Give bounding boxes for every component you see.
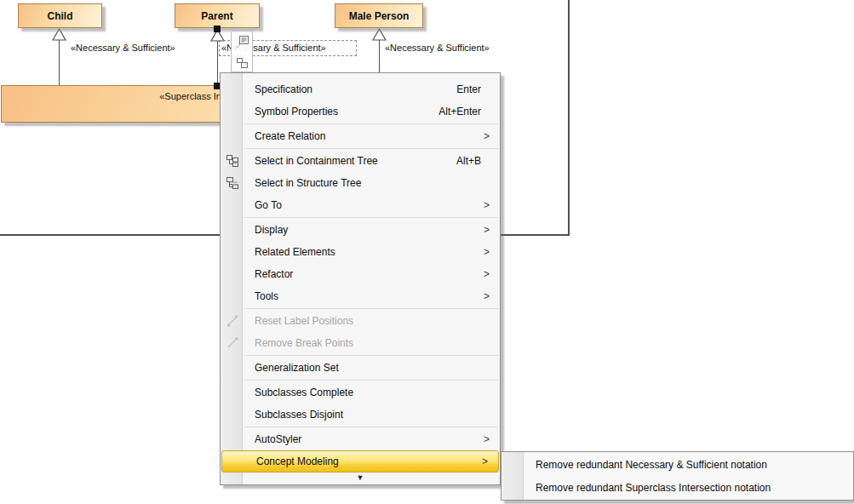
menu-item-display[interactable]: Display > [221,219,500,241]
menu-item-related-elements[interactable]: Related Elements > [221,241,500,263]
generalization-label-male-person[interactable]: «Necessary & Sufficient» [385,43,490,53]
menu-item-label: Related Elements [244,246,335,258]
menu-separator [244,308,498,309]
context-menu: Specification Enter Symbol Properties Al… [220,72,501,485]
menu-item-label: Tools [244,290,278,302]
menu-item-label: Concept Modeling [245,455,339,467]
structure-tree-icon [221,176,244,190]
menu-item-specification[interactable]: Specification Enter [221,78,500,100]
generalization-arrow-icon [52,28,66,41]
menu-item-shortcut: Enter [456,83,500,95]
diagram-frame-right-border [568,0,570,236]
note-icon[interactable] [234,34,249,49]
menu-item-label: Symbol Properties [244,106,338,117]
submenu-arrow-icon: > [484,130,500,142]
menu-scroll-down[interactable]: ▼ [221,472,500,483]
menu-separator [244,217,498,218]
submenu-arrow-icon: > [482,455,498,467]
menu-item-select-in-structure-tree[interactable]: Select in Structure Tree [221,172,500,194]
generalization-arrow-icon [372,28,387,41]
menu-item-label: Go To [244,199,282,211]
menu-item-label: Remove Break Points [244,337,353,349]
class-box-male-person[interactable]: Male Person [335,3,423,28]
generalization-label-child[interactable]: «Necessary & Sufficient» [71,43,175,53]
submenu-item-remove-redundant-superclass-intersection[interactable]: Remove redundant Superclass Intersection… [502,476,853,499]
submenu-arrow-icon: > [484,290,500,302]
menu-item-subclasses-disjoint[interactable]: Subclasses Disjoint [221,404,500,426]
menu-item-shortcut: Alt+B [456,155,500,167]
menu-item-remove-break-points: Remove Break Points [221,332,500,354]
reset-label-positions-icon [221,314,244,328]
menu-item-shortcut: Alt+Enter [438,106,500,117]
menu-separator [244,123,498,124]
menu-item-generalization-set[interactable]: Generalization Set [221,357,500,379]
generalization-line-parent[interactable] [217,37,218,83]
menu-item-label: Specification [244,83,312,95]
menu-item-symbol-properties[interactable]: Symbol Properties Alt+Enter [221,100,500,123]
submenu-arrow-icon: > [484,224,500,236]
submenu-arrow-icon: > [484,433,500,445]
structure-icon[interactable] [234,54,249,70]
menu-item-subclasses-complete[interactable]: Subclasses Complete [221,381,500,404]
submenu-arrow-icon: > [484,199,500,211]
menu-item-label: Select in Structure Tree [244,177,361,189]
menu-item-label: Select in Containment Tree [244,155,378,167]
menu-item-select-in-containment-tree[interactable]: Select in Containment Tree Alt+B [221,150,500,172]
generalization-line-male-person[interactable] [379,39,380,73]
generalization-line-child[interactable] [59,39,60,86]
selection-handle[interactable] [214,26,221,32]
menu-item-label: Create Relation [244,130,325,142]
menu-item-label: Reset Label Positions [244,315,353,327]
menu-item-label: Refactor [244,268,293,280]
application-canvas: Child Parent Male Person «Superclass Int… [0,0,854,504]
class-name: Child [48,10,73,22]
menu-item-autostyler[interactable]: AutoStyler > [221,428,500,450]
menu-separator [244,355,498,356]
menu-item-refactor[interactable]: Refactor > [221,263,500,285]
menu-item-create-relation[interactable]: Create Relation > [221,125,500,147]
submenu-arrow-icon: > [484,246,500,258]
scroll-down-icon: ▼ [357,474,364,482]
class-box-child[interactable]: Child [18,3,102,28]
remove-break-points-icon [221,336,244,350]
concept-modeling-submenu: Remove redundant Necessary & Sufficient … [501,451,854,501]
smart-manipulator-toolbar [231,31,253,72]
menu-item-label: Display [244,224,288,236]
menu-item-label: Generalization Set [244,362,339,374]
submenu-item-remove-redundant-necessary-sufficient[interactable]: Remove redundant Necessary & Sufficient … [502,453,853,476]
class-name: Male Person [349,10,410,22]
menu-separator [244,148,498,149]
menu-item-reset-label-positions: Reset Label Positions [221,310,500,332]
submenu-arrow-icon: > [484,268,500,280]
menu-separator [244,380,498,381]
class-name: Parent [201,10,232,22]
menu-separator [244,427,498,427]
menu-item-label: Subclasses Disjoint [244,409,343,421]
containment-tree-icon [221,154,244,168]
menu-item-go-to[interactable]: Go To > [221,194,500,216]
menu-item-label: Subclasses Complete [244,387,353,398]
menu-item-label: AutoStyler [244,433,301,445]
menu-item-tools[interactable]: Tools > [221,285,500,307]
menu-item-label: Remove redundant Necessary & Sufficient … [502,459,767,471]
menu-item-concept-modeling[interactable]: Concept Modeling > [221,450,499,472]
class-box-parent[interactable]: Parent [175,3,260,28]
menu-item-label: Remove redundant Superclass Intersection… [502,482,771,494]
